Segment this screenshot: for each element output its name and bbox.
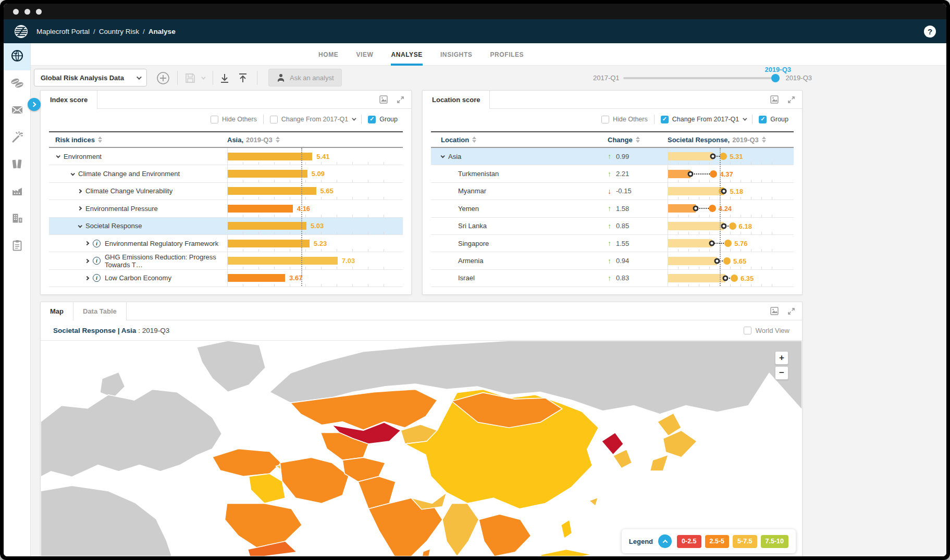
map-canvas[interactable]: + − Legend 0-2.52.5-55-7.57.5-10 (41, 341, 802, 556)
info-icon[interactable]: i (93, 274, 101, 282)
sort-icon[interactable] (472, 136, 476, 143)
zoom-in-button[interactable]: + (775, 351, 788, 365)
sidebar-item-globe[interactable] (4, 43, 30, 70)
location-row-asia[interactable]: Asia↑0.995.31 (431, 148, 794, 165)
expand-panel-icon[interactable] (396, 95, 405, 104)
tab-insights[interactable]: INSIGHTS (440, 43, 472, 66)
export-image-icon[interactable] (379, 95, 388, 104)
sidebar-item-buildings[interactable] (4, 206, 30, 233)
location-row-israel[interactable]: Israel↑0.836.35 (431, 270, 794, 287)
legend-range-5-7-5[interactable]: 5-7.5 (733, 535, 757, 548)
window-zoom-button[interactable] (36, 9, 42, 15)
hide-others-control[interactable]: Hide Others (601, 116, 648, 123)
legend-range-7-5-10[interactable]: 7.5-10 (761, 535, 788, 548)
sort-icon[interactable] (276, 136, 280, 143)
collapse-caret-icon[interactable] (78, 223, 82, 228)
index-row-societal-response[interactable]: Societal Response5.03 (49, 218, 403, 235)
index-row-low-carbon-economy[interactable]: iLow Carbon Economy3.67 (49, 270, 403, 287)
hide-others-checkbox[interactable] (211, 116, 218, 123)
location-row-myanmar[interactable]: Myanmar↓-0.155.18 (431, 183, 794, 200)
index-row-environment[interactable]: Environment5.41 (49, 148, 403, 165)
col-societal-response[interactable]: Societal Response, 2019-Q3 (668, 136, 766, 144)
index-row-ghg-emissions-reduction-progress-towards-t[interactable]: iGHG Emissions Reduction: Progress Towar… (49, 252, 403, 269)
world-view-checkbox[interactable] (744, 327, 751, 334)
sidebar-expander-button[interactable] (28, 98, 41, 111)
export-image-icon[interactable] (770, 306, 779, 316)
location-row-singapore[interactable]: Singapore↑1.555.76 (431, 235, 794, 252)
tab-analyse[interactable]: ANALYSE (391, 43, 422, 66)
breadcrumb-portal[interactable]: Maplecroft Portal (36, 28, 90, 35)
tab-home[interactable]: HOME (318, 43, 338, 66)
group-checkbox[interactable] (368, 116, 376, 123)
index-row-climate-change-and-environment[interactable]: Climate Change and Environment5.09 (49, 165, 403, 182)
expand-panel-icon[interactable] (786, 306, 796, 316)
col-change[interactable]: Change (608, 136, 668, 144)
collapse-caret-icon[interactable] (56, 154, 60, 158)
breadcrumb-country-risk[interactable]: Country Risk (99, 28, 139, 35)
tab-view[interactable]: VIEW (356, 43, 373, 66)
expand-caret-icon[interactable] (85, 241, 89, 245)
location-row-sri-lanka[interactable]: Sri Lanka↑0.856.18 (431, 218, 794, 235)
sidebar-item-library[interactable] (4, 152, 30, 179)
sidebar-item-wand[interactable] (4, 125, 30, 152)
hide-others-checkbox[interactable] (601, 116, 609, 123)
help-icon[interactable]: ? (924, 26, 936, 38)
save-menu-button[interactable] (199, 71, 207, 85)
sort-icon[interactable] (636, 136, 640, 143)
change-from-checkbox[interactable] (270, 116, 278, 123)
change-from-control[interactable]: Change From 2017-Q1 (270, 116, 355, 123)
legend-range-2-5-5[interactable]: 2.5-5 (705, 535, 730, 548)
change-from-control[interactable]: Change From 2017-Q1 (661, 116, 746, 123)
tab-data-table[interactable]: Data Table (73, 302, 127, 320)
tab-profiles[interactable]: PROFILES (490, 43, 524, 66)
add-view-button[interactable] (156, 71, 170, 85)
expand-caret-icon[interactable] (78, 189, 82, 193)
expand-caret-icon[interactable] (78, 206, 82, 210)
tab-index-score[interactable]: Index score (41, 91, 97, 109)
upload-button[interactable] (236, 71, 250, 85)
index-row-climate-change-vulnerability[interactable]: Climate Change Vulnerability5.65 (49, 183, 403, 200)
info-icon[interactable]: i (93, 257, 101, 265)
legend-collapse-button[interactable] (658, 534, 672, 548)
save-button[interactable] (183, 71, 198, 85)
change-from-checkbox[interactable] (661, 116, 669, 123)
collapse-caret-icon[interactable] (440, 154, 445, 158)
sidebar-item-factory[interactable] (4, 179, 30, 206)
tab-map[interactable]: Map (41, 302, 73, 320)
location-row-armenia[interactable]: Armenia↑0.945.65 (431, 252, 794, 269)
group-control[interactable]: Group (368, 116, 398, 123)
slider-track[interactable] (623, 77, 780, 79)
tab-location-score[interactable]: Location score (423, 91, 490, 109)
export-image-icon[interactable] (770, 95, 779, 104)
world-view-control[interactable]: World View (744, 327, 789, 334)
sidebar-item-clipboard[interactable] (4, 233, 30, 260)
ask-analyst-button[interactable]: Ask an analyst (268, 69, 342, 86)
legend-range-0-2-5[interactable]: 0-2.5 (677, 535, 701, 548)
expand-caret-icon[interactable] (85, 276, 89, 280)
location-row-yemen[interactable]: Yemen↑1.584.24 (431, 200, 794, 217)
expand-panel-icon[interactable] (786, 95, 796, 104)
collapse-caret-icon[interactable] (70, 171, 75, 176)
hide-others-control[interactable]: Hide Others (211, 116, 257, 123)
sort-icon[interactable] (98, 136, 102, 143)
sort-icon[interactable] (762, 136, 766, 143)
window-close-button[interactable] (13, 9, 19, 15)
slider-handle[interactable] (771, 74, 780, 82)
col-location[interactable]: Location (431, 136, 608, 144)
group-checkbox[interactable] (759, 116, 767, 123)
index-row-environmental-regulatory-framework[interactable]: iEnvironmental Regulatory Framework5.23 (49, 235, 403, 252)
location-row-turkmenistan[interactable]: Turkmenistan↑2.214.37 (431, 165, 794, 182)
window-minimize-button[interactable] (24, 9, 30, 15)
group-control[interactable]: Group (759, 116, 788, 123)
download-button[interactable] (217, 71, 232, 85)
col-asia-period[interactable]: Asia, 2019-Q3 (227, 136, 280, 144)
info-icon[interactable]: i (93, 240, 101, 247)
sidebar-item-mail[interactable] (4, 97, 30, 125)
expand-caret-icon[interactable] (85, 258, 89, 263)
index-panel-controls: Hide Others Change From 2017-Q1 Group (211, 115, 398, 124)
index-row-environmental-pressure[interactable]: Environmental Pressure4.16 (49, 200, 403, 217)
zoom-out-button[interactable]: − (775, 366, 788, 380)
dataset-select[interactable]: Global Risk Analysis Data (34, 69, 147, 86)
sidebar-item-commodities[interactable] (4, 70, 30, 97)
col-risk-indices[interactable]: Risk indices (49, 136, 227, 144)
